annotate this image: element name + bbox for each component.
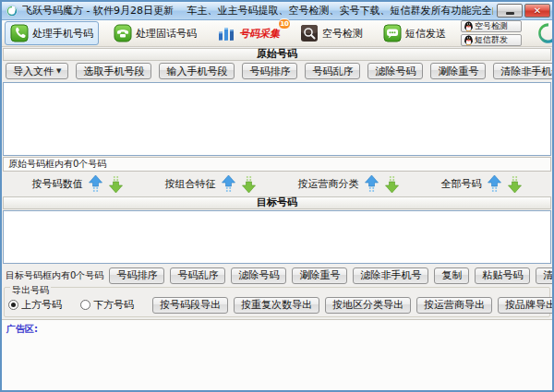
- filter-non-mobile-button[interactable]: 滤除非手机号: [353, 267, 428, 284]
- transfer-controls-row: 按号码数值 按组合特征 按运营商分类: [2, 172, 552, 196]
- side-button-label: 短信群发: [475, 34, 508, 46]
- target-section-header: 目标号码: [3, 196, 551, 209]
- sort-numbers-button[interactable]: 号码排序: [109, 267, 164, 284]
- sorter-by-number-value: 按号码数值: [32, 174, 124, 193]
- shuffle-numbers-button[interactable]: 号码乱序: [170, 267, 225, 284]
- sorter-label: 按号码数值: [32, 177, 83, 191]
- minimize-icon: [506, 12, 514, 15]
- sorter-by-combination: 按组合特征: [165, 174, 257, 193]
- toolbar-item-label: 空号检测: [322, 27, 363, 41]
- magnifier-icon: [300, 24, 319, 42]
- toolbar-side-buttons: 空号检测 短信群发: [461, 20, 522, 46]
- radio-upper-numbers[interactable]: 上方号码: [8, 298, 62, 312]
- source-numbers-textarea[interactable]: [3, 82, 551, 156]
- source-button-row: 导入文件 ▼ 选取手机号段 输入手机号段 号码排序 号码乱序 滤除号码 涮除重号…: [2, 61, 552, 81]
- copy-button[interactable]: 复制: [434, 267, 469, 284]
- brand-logo: 光速号码魔方 GUANGSUHAOMAMOFANG: [531, 21, 554, 45]
- ad-area-label: 广告区:: [6, 323, 38, 336]
- arrow-up-icon: [89, 175, 102, 193]
- remove-non-mobile-button[interactable]: 清除非手机号: [493, 63, 554, 79]
- toolbar-item-number-collect[interactable]: 号码采集 10: [211, 21, 285, 45]
- target-numbers-textarea[interactable]: [3, 210, 551, 264]
- toolbar-item-label: 短信发送: [405, 27, 446, 41]
- ad-area: 广告区:: [2, 319, 552, 390]
- title-bar: 飞跃号码魔方 - 软件9月28日更新 车主、业主号码提取、空号检测、实号下载、短…: [2, 2, 552, 20]
- export-by-carrier-button[interactable]: 按运营商导出: [416, 297, 492, 314]
- paste-numbers-button[interactable]: 粘贴号码: [475, 267, 530, 284]
- side-button-label: 空号检测: [475, 20, 508, 32]
- export-by-region-button[interactable]: 按地区分类导出: [325, 297, 411, 314]
- sort-down-button[interactable]: [507, 174, 523, 193]
- toolbar-item-process-landline[interactable]: 处理固话号码: [108, 21, 202, 45]
- sort-up-button[interactable]: [88, 174, 103, 193]
- sort-up-button[interactable]: [364, 174, 379, 193]
- empty-number-check-qq-button[interactable]: 空号检测: [461, 20, 522, 32]
- arrow-down-icon: [109, 175, 123, 193]
- export-group-label: 导出号码: [10, 286, 51, 295]
- radio-icon: [8, 300, 18, 310]
- sort-numbers-button[interactable]: 号码排序: [242, 63, 297, 79]
- dedupe-numbers-button[interactable]: 涮除重号: [430, 63, 486, 79]
- landline-phone-icon: [114, 24, 132, 42]
- pick-mobile-prefix-button[interactable]: 选取手机号段: [76, 63, 151, 79]
- dedupe-numbers-button[interactable]: 涮除重号: [292, 267, 347, 284]
- sort-up-button[interactable]: [487, 174, 502, 193]
- close-icon: ✕: [534, 6, 541, 16]
- radio-label: 上方号码: [21, 298, 62, 312]
- sms-bubble-icon: [383, 24, 402, 42]
- sort-down-button[interactable]: [384, 174, 400, 193]
- export-by-repeat-count-button[interactable]: 按重复次数导出: [234, 297, 319, 314]
- toolbar-item-label: 处理手机号码: [32, 27, 93, 41]
- filter-numbers-button[interactable]: 滤除号码: [367, 63, 423, 79]
- source-section-header: 原始号码: [3, 48, 551, 61]
- bar-chart-icon: [217, 24, 235, 42]
- close-button[interactable]: ✕: [524, 4, 550, 18]
- filter-numbers-button[interactable]: 滤除号码: [231, 267, 286, 284]
- sorter-label: 按组合特征: [165, 177, 216, 191]
- source-status-bar: 原始号码框内有0个号码: [3, 157, 551, 172]
- radio-label: 下方号码: [93, 298, 134, 312]
- app-logo-icon: [6, 5, 18, 18]
- button-label: 导入文件: [13, 65, 54, 78]
- toolbar-item-process-mobile[interactable]: 处理手机号码: [5, 21, 99, 45]
- sms-mass-send-qq-button[interactable]: 短信群发: [461, 34, 522, 46]
- main-toolbar: 处理手机号码 处理固话号码 号码采集 10: [2, 20, 552, 47]
- sort-down-button[interactable]: [108, 174, 124, 193]
- toolbar-item-label: 处理固话号码: [136, 27, 197, 41]
- shuffle-numbers-button[interactable]: 号码乱序: [305, 63, 360, 79]
- dropdown-caret-icon: ▼: [56, 67, 61, 75]
- sort-down-button[interactable]: [241, 174, 257, 193]
- window-title: 飞跃号码魔方 - 软件9月28日更新 车主、业主号码提取、空号检测、实号下载、短…: [22, 2, 493, 20]
- sort-up-button[interactable]: [221, 174, 236, 193]
- qq-penguin-icon: [464, 21, 473, 31]
- minimize-button[interactable]: [497, 4, 523, 18]
- qq-penguin-icon: [464, 35, 473, 45]
- clear-list-button[interactable]: 清空列表: [536, 267, 554, 284]
- toolbar-item-label: 号码采集: [239, 27, 280, 41]
- export-by-brand-button[interactable]: 按品牌导出: [498, 297, 554, 314]
- notification-badge: 10: [278, 18, 291, 30]
- sorter-all-numbers: 全部号码: [441, 174, 523, 193]
- input-mobile-prefix-button[interactable]: 输入手机号段: [159, 63, 235, 79]
- target-status-text: 目标号码框内有0个号码: [6, 269, 103, 282]
- toolbar-item-empty-number-check[interactable]: 空号检测: [295, 21, 368, 45]
- radio-icon: [80, 300, 90, 310]
- window-controls: ✕: [497, 4, 550, 18]
- export-group: 导出号码 上方号码 下方号码 按号码段导出 按重复次数导出 按地区分类导出 按运…: [4, 287, 550, 317]
- toolbar-item-sms-send[interactable]: 短信发送: [378, 21, 452, 45]
- app-window: 飞跃号码魔方 - 软件9月28日更新 车主、业主号码提取、空号检测、实号下载、短…: [0, 0, 554, 392]
- export-by-prefix-button[interactable]: 按号码段导出: [152, 297, 228, 314]
- import-file-button[interactable]: 导入文件 ▼: [6, 63, 68, 79]
- mobile-phone-icon: [10, 24, 29, 42]
- sorter-label: 全部号码: [441, 177, 482, 191]
- sorter-label: 按运营商分类: [298, 177, 359, 191]
- brand-swirl-icon: [536, 21, 554, 45]
- target-status-row: 目标号码框内有0个号码 号码排序 号码乱序 滤除号码 涮除重号 滤除非手机号 复…: [2, 265, 552, 286]
- sorter-by-carrier: 按运营商分类: [298, 174, 400, 193]
- radio-lower-numbers[interactable]: 下方号码: [80, 298, 134, 312]
